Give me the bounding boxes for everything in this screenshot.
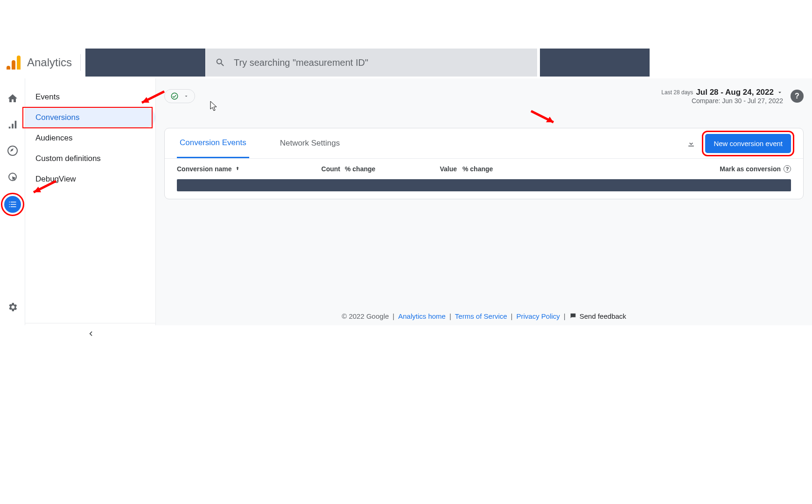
col-name-label: Conversion name [177, 165, 231, 173]
left-rail [0, 78, 25, 325]
footer-link-privacy[interactable]: Privacy Policy [516, 312, 560, 320]
send-feedback[interactable]: Send feedback [569, 312, 626, 320]
compare-range-text: Compare: Jun 30 - Jul 27, 2022 [661, 97, 783, 105]
rail-advertising[interactable] [6, 170, 20, 184]
header-redacted-block-2 [540, 49, 650, 77]
arrow-up-icon [234, 166, 241, 172]
nav-conversions[interactable]: Conversions [25, 107, 155, 128]
date-prefix: Last 28 days [661, 89, 693, 96]
feedback-label: Send feedback [580, 312, 626, 320]
tab-network-settings[interactable]: Network Settings [277, 129, 343, 157]
mouse-cursor-icon [210, 101, 218, 114]
chevron-left-icon [86, 329, 95, 338]
new-conversion-event-button[interactable]: New conversion event [705, 134, 791, 153]
product-logo[interactable]: Analytics [0, 56, 72, 70]
download-icon[interactable] [686, 139, 696, 148]
footer-link-analytics-home[interactable]: Analytics home [398, 312, 446, 320]
tab-conversion-events[interactable]: Conversion Events [177, 129, 249, 158]
rail-settings[interactable] [6, 300, 20, 314]
vertical-divider [80, 54, 81, 71]
rail-configure[interactable] [4, 196, 21, 213]
page-footer: © 2022 Google| Analytics home| Terms of … [156, 307, 812, 325]
secondary-nav: Events Conversions Audiences Custom defi… [25, 78, 156, 325]
product-name: Analytics [27, 56, 72, 69]
app-header: Analytics Try searching "measurement ID" [0, 49, 812, 77]
annotation-arrow-1 [135, 89, 168, 109]
home-icon [7, 93, 18, 104]
date-range-text: Jul 28 - Aug 24, 2022 [696, 88, 774, 97]
click-cursor-icon [7, 171, 18, 182]
table-header: Conversion name Count % change Value % c… [165, 158, 803, 177]
col-percent-change-1[interactable]: % change [345, 165, 415, 173]
target-icon [7, 145, 18, 156]
bar-chart-icon [7, 119, 18, 130]
gear-icon [7, 301, 18, 313]
search-bar[interactable]: Try searching "measurement ID" [206, 49, 537, 77]
header-redacted-block-1 [85, 49, 205, 77]
conversions-card: Conversion Events Network Settings New c… [164, 128, 804, 199]
search-placeholder: Try searching "measurement ID" [234, 57, 368, 68]
rail-explore[interactable] [6, 144, 20, 158]
collapse-nav-button[interactable] [25, 323, 155, 343]
help-button[interactable]: ? [791, 90, 804, 103]
col-mark-label: Mark as conversion [720, 165, 781, 173]
rail-home[interactable] [6, 91, 20, 105]
date-range-picker[interactable]: Last 28 days Jul 28 - Aug 24, 2022 Compa… [661, 88, 783, 105]
status-filter-pill[interactable] [164, 89, 195, 103]
check-circle-icon [170, 92, 179, 100]
chevron-down-icon [183, 93, 189, 99]
annotation-arrow-2 [27, 178, 60, 199]
analytics-logo-icon [7, 56, 21, 70]
main-panel: Last 28 days Jul 28 - Aug 24, 2022 Compa… [156, 78, 812, 325]
chevron-down-icon [777, 89, 783, 96]
col-count[interactable]: Count [312, 165, 340, 173]
feedback-icon [569, 312, 577, 320]
table-row [177, 179, 791, 191]
footer-copyright: © 2022 Google [342, 312, 389, 320]
nav-custom-definitions[interactable]: Custom definitions [25, 148, 155, 169]
list-icon [8, 200, 17, 209]
help-icon[interactable]: ? [784, 165, 791, 173]
nav-audiences[interactable]: Audiences [25, 128, 155, 148]
search-icon [215, 57, 225, 68]
col-percent-change-2[interactable]: % change [462, 165, 523, 173]
rail-reports[interactable] [6, 118, 20, 132]
annotation-arrow-3 [527, 108, 560, 129]
col-mark-as-conversion: Mark as conversion ? [720, 165, 791, 173]
col-conversion-name[interactable]: Conversion name [177, 165, 312, 173]
col-value[interactable]: Value [424, 165, 457, 173]
svg-point-0 [171, 93, 178, 99]
footer-link-terms[interactable]: Terms of Service [455, 312, 507, 320]
